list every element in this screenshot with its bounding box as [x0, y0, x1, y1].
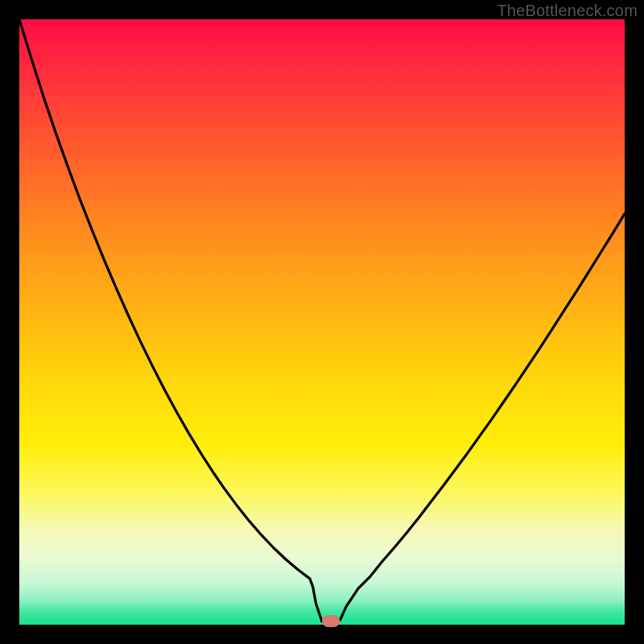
curve-path [19, 19, 625, 621]
plot-area [19, 19, 625, 625]
attribution-text: TheBottleneck.com [497, 2, 638, 20]
chart-stage: TheBottleneck.com [0, 0, 644, 644]
minimum-marker [322, 615, 340, 627]
bottleneck-curve [19, 19, 625, 625]
